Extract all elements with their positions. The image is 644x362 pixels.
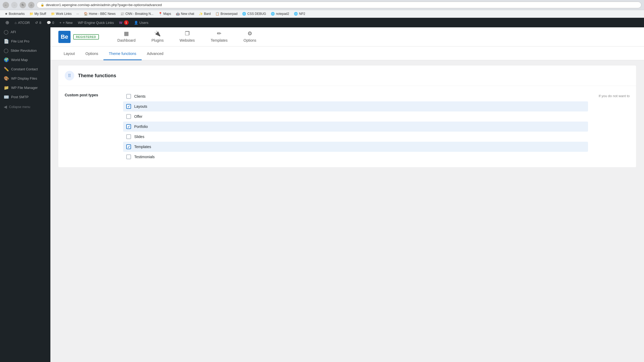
tab-options[interactable]: ⚙ Options <box>236 27 264 46</box>
yoast-item[interactable]: W 1 <box>116 18 131 27</box>
bookmark-bookmarks[interactable]: ★ Bookmarks <box>3 11 27 16</box>
sub-tab-theme-functions[interactable]: Theme functions <box>103 48 142 60</box>
back-button[interactable]: ← <box>3 2 9 8</box>
options-icon: ⚙ <box>247 30 252 37</box>
sidebar-item-slider-revolution[interactable]: ◯ Slider Revolution <box>0 46 50 55</box>
bookmark-new-chat[interactable]: 🤖 New chat <box>174 11 196 16</box>
comments-item[interactable]: 💬 0 <box>44 18 57 27</box>
bookmark-work-links[interactable]: 📁 Work Links <box>49 11 74 16</box>
comments-icon: 💬 <box>47 21 51 25</box>
bookmark-css-debug[interactable]: 🌐 CSS DEBUG <box>240 11 268 16</box>
sidebar-item-file-list-pro[interactable]: 📄 File List Pro <box>0 37 50 46</box>
maps-icon: 📍 <box>158 12 162 16</box>
cpt-label: Custom post types <box>65 91 112 162</box>
sidebar-item-wp-display-files[interactable]: 🎨 WP Display Files <box>0 74 50 83</box>
sidebar-item-world-map[interactable]: 🌍 World Map <box>0 55 50 64</box>
tab-plugins[interactable]: 🔌 Plugins <box>143 27 172 46</box>
nav-tabs-header: ▦ Dashboard 🔌 Plugins ❐ Websites ✏ Templ… <box>110 27 636 46</box>
yoast-icon: W <box>119 21 122 25</box>
pad-icon: 📋 <box>215 12 219 16</box>
websites-icon: ❐ <box>185 30 190 37</box>
be-logo-box: Be <box>58 31 71 43</box>
plus-icon: + <box>59 21 62 25</box>
sidebar-item-constant-contact[interactable]: ✏️ Constant Contact <box>0 64 50 74</box>
home-button[interactable]: ⌂ <box>28 2 34 8</box>
registered-badge: REGISTERED <box>73 34 99 40</box>
bookmark-np2[interactable]: 🌐 NP2 <box>292 11 307 16</box>
display-files-icon: 🎨 <box>4 76 9 81</box>
world-map-icon: 🌍 <box>4 57 9 62</box>
sidebar-item-post-smtp[interactable]: ✉️ Post SMTP <box>0 92 50 102</box>
reload-button[interactable]: ↻ <box>20 2 26 8</box>
checkbox-row-templates: Templates <box>123 142 588 152</box>
theme-functions-card: ⠿ Theme functions Custom post types Clie… <box>58 66 636 167</box>
sidebar-item-wp-file-manager[interactable]: 📁 WP File Manager <box>0 83 50 92</box>
bookmark-dots[interactable]: ··· <box>74 11 81 16</box>
yoast-badge: 1 <box>124 20 129 25</box>
collapse-icon: ◀ <box>4 104 7 109</box>
wp-logo-item[interactable]: ⊕ <box>3 18 12 27</box>
news-icon: 📰 <box>120 12 124 16</box>
updates-icon: ↺ <box>35 21 38 25</box>
url-text: devatcor1.wpengine.com/wp-admin/admin.ph… <box>46 3 162 7</box>
site-name-item[interactable]: ⌂ ATCOR <box>12 18 32 27</box>
sub-tab-layout[interactable]: Layout <box>58 48 80 60</box>
sub-tab-advanced[interactable]: Advanced <box>142 48 169 60</box>
bookmark-maps[interactable]: 📍 Maps <box>156 11 173 16</box>
constant-contact-icon: ✏️ <box>4 67 9 72</box>
checkbox-clients[interactable] <box>126 94 131 99</box>
tab-templates[interactable]: ✏ Templates <box>203 27 236 46</box>
checkbox-portfolio[interactable] <box>126 124 131 129</box>
star-icon: ★ <box>5 12 8 16</box>
checkbox-slides[interactable] <box>126 134 131 139</box>
wp-engine-item[interactable]: WP Engine Quick Links <box>75 18 117 27</box>
wp-admin-bar: ⊕ ⌂ ATCOR ↺ 8 💬 0 + + New WP Engine Quic… <box>0 18 644 27</box>
chat-icon: 🤖 <box>176 12 180 16</box>
checkbox-layouts[interactable] <box>126 104 131 109</box>
checkbox-row-layouts: Layouts <box>123 101 588 111</box>
bookmark-browserpad[interactable]: 📋 Browserpad <box>213 11 240 16</box>
home-icon: 🏠 <box>84 12 88 16</box>
section-icon: ⠿ <box>65 71 74 80</box>
tab-websites[interactable]: ❐ Websites <box>172 27 203 46</box>
sub-tab-options[interactable]: Options <box>80 48 103 60</box>
sidebar: ◯ AFI 📄 File List Pro ◯ Slider Revolutio… <box>0 27 50 362</box>
lock-icon: 🔒 <box>41 3 44 7</box>
sidebar-item-afi[interactable]: ◯ AFI <box>0 27 50 37</box>
checkbox-offer[interactable] <box>126 114 131 119</box>
address-bar[interactable]: 🔒 devatcor1.wpengine.com/wp-admin/admin.… <box>37 2 641 8</box>
be-logo: Be REGISTERED <box>58 31 99 43</box>
checkbox-row-offer: Offer <box>123 111 588 122</box>
new-content-item[interactable]: + + New <box>57 18 75 27</box>
sidebar-collapse[interactable]: ◀ Collapse menu <box>0 102 50 112</box>
sub-tabs: Layout Options Theme functions Advanced <box>50 46 644 60</box>
checkbox-row-testimonials: Testimonials <box>123 152 588 162</box>
section-title: Theme functions <box>78 73 116 79</box>
slider-icon: ◯ <box>4 48 8 53</box>
checkbox-templates[interactable] <box>126 144 131 149</box>
users-item[interactable]: 👤 Users <box>131 18 151 27</box>
afi-icon: ◯ <box>4 29 8 35</box>
globe-icon: 🌐 <box>242 12 246 16</box>
bookmark-bbc[interactable]: 🏠 Home - BBC News <box>82 11 118 16</box>
custom-post-types-section: Custom post types Clients Layouts <box>58 86 636 167</box>
templates-icon: ✏ <box>217 30 221 37</box>
home-icon-admin: ⌂ <box>15 21 17 25</box>
globe-icon-3: 🌐 <box>294 12 298 16</box>
bookmarks-bar: ★ Bookmarks 📁 My Stuff 📁 Work Links ··· … <box>0 10 644 18</box>
bookmark-notepad2[interactable]: 🌐 notepad2 <box>269 11 291 16</box>
forward-button[interactable]: → <box>11 2 18 8</box>
plugins-icon: 🔌 <box>154 30 161 37</box>
browser-bar: ← → ↻ ⌂ 🔒 devatcor1.wpengine.com/wp-admi… <box>0 0 644 10</box>
file-manager-icon: 📁 <box>4 85 9 90</box>
smtp-icon: ✉️ <box>4 94 9 100</box>
bookmark-my-stuff[interactable]: 📁 My Stuff <box>27 11 48 16</box>
tab-dashboard[interactable]: ▦ Dashboard <box>110 27 144 46</box>
folder-icon: 📁 <box>29 12 33 16</box>
checkbox-row-portfolio: Portfolio <box>123 122 588 132</box>
users-icon: 👤 <box>134 21 138 25</box>
checkbox-testimonials[interactable] <box>126 154 131 159</box>
updates-item[interactable]: ↺ 8 <box>32 18 44 27</box>
bookmark-bard[interactable]: ✨ Bard <box>197 11 213 16</box>
bookmark-cnn[interactable]: 📰 CNN - Breaking N... <box>118 11 156 16</box>
